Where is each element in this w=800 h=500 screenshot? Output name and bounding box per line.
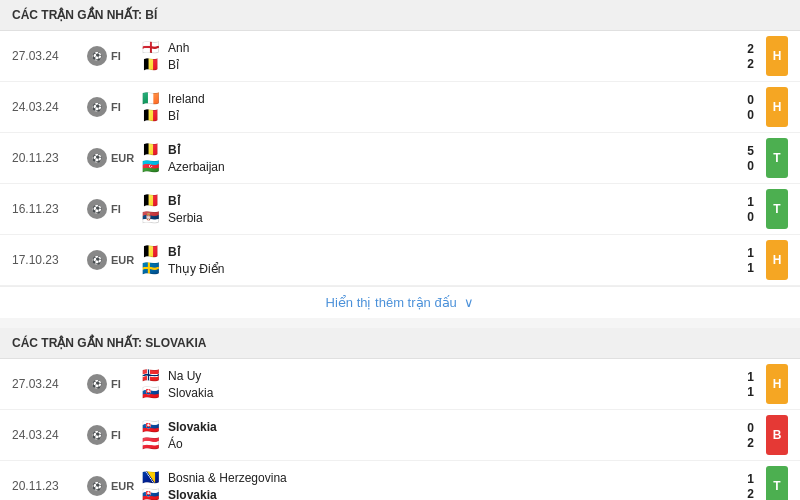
match-date: 24.03.24 <box>12 428 87 442</box>
competition-col: ⚽FI <box>87 46 142 66</box>
team-flag: 🇧🇪 <box>142 143 162 156</box>
score-col: 02 <box>724 421 754 450</box>
competition-label: FI <box>111 203 121 215</box>
score-value: 0 <box>724 210 754 224</box>
team-name: Thụy Điển <box>168 262 224 276</box>
team-flag: 🇦🇹 <box>142 437 162 450</box>
match-row: 27.03.24⚽FI🇳🇴Na Uy🇸🇰Slovakia11H <box>0 359 800 410</box>
team-name: Slovakia <box>168 386 213 400</box>
competition-icon: ⚽ <box>87 97 107 117</box>
match-date: 27.03.24 <box>12 49 87 63</box>
team-name: Na Uy <box>168 369 201 383</box>
team-flag: 🇧🇪 <box>142 194 162 207</box>
match-row: 16.11.23⚽FI🇧🇪Bỉ🇷🇸Serbia10T <box>0 184 800 235</box>
score-value: 2 <box>724 42 754 56</box>
team-name: Bỉ <box>168 143 180 157</box>
team-flag: 🇧🇦 <box>142 471 162 484</box>
competition-col: ⚽FI <box>87 199 142 219</box>
result-badge: H <box>766 364 788 404</box>
section-bi: Các trận gần nhất: Bí27.03.24⚽FI🏴󠁧󠁢󠁥󠁮󠁧󠁿A… <box>0 0 800 318</box>
result-badge: H <box>766 87 788 127</box>
score-col: 12 <box>724 472 754 501</box>
team-flag: 🇷🇸 <box>142 211 162 224</box>
team-line: 🇸🇰Slovakia <box>142 419 724 435</box>
match-row: 24.03.24⚽FI🇮🇪Ireland🇧🇪Bỉ00H <box>0 82 800 133</box>
match-row: 24.03.24⚽FI🇸🇰Slovakia🇦🇹Áo02B <box>0 410 800 461</box>
competition-icon: ⚽ <box>87 250 107 270</box>
teams-col: 🇸🇰Slovakia🇦🇹Áo <box>142 419 724 452</box>
team-name: Anh <box>168 41 189 55</box>
result-badge: B <box>766 415 788 455</box>
competition-label: EUR <box>111 254 134 266</box>
teams-col: 🇧🇪Bỉ🇦🇿Azerbaijan <box>142 142 724 175</box>
team-flag: 🇸🇪 <box>142 262 162 275</box>
match-date: 27.03.24 <box>12 377 87 391</box>
team-flag: 🇮🇪 <box>142 92 162 105</box>
section-header-bi: Các trận gần nhất: Bí <box>0 0 800 31</box>
competition-icon: ⚽ <box>87 148 107 168</box>
score-value: 2 <box>724 487 754 501</box>
team-flag: 🇦🇿 <box>142 160 162 173</box>
score-col: 11 <box>724 370 754 399</box>
team-flag: 🏴󠁧󠁢󠁥󠁮󠁧󠁿 <box>142 41 162 54</box>
team-name: Slovakia <box>168 420 217 434</box>
match-row: 20.11.23⚽EUR🇧🇦Bosnia & Herzegovina🇸🇰Slov… <box>0 461 800 500</box>
score-col: 00 <box>724 93 754 122</box>
team-line: 🇧🇪Bỉ <box>142 244 724 260</box>
competition-icon: ⚽ <box>87 476 107 496</box>
team-name: Bỉ <box>168 245 180 259</box>
teams-col: 🇳🇴Na Uy🇸🇰Slovakia <box>142 368 724 401</box>
team-name: Ireland <box>168 92 205 106</box>
score-value: 2 <box>724 436 754 450</box>
team-flag: 🇳🇴 <box>142 369 162 382</box>
result-badge: H <box>766 36 788 76</box>
teams-col: 🇧🇪Bỉ🇸🇪Thụy Điển <box>142 244 724 277</box>
chevron-down-icon: ∨ <box>464 295 474 310</box>
competition-label: FI <box>111 429 121 441</box>
show-more-button[interactable]: Hiển thị thêm trận đấu ∨ <box>0 286 800 318</box>
team-line: 🇦🇿Azerbaijan <box>142 159 724 175</box>
match-date: 20.11.23 <box>12 479 87 493</box>
team-flag: 🇧🇪 <box>142 245 162 258</box>
team-line: 🇧🇪Bỉ <box>142 193 724 209</box>
result-badge: T <box>766 466 788 500</box>
competition-col: ⚽FI <box>87 97 142 117</box>
competition-icon: ⚽ <box>87 425 107 445</box>
match-row: 20.11.23⚽EUR🇧🇪Bỉ🇦🇿Azerbaijan50T <box>0 133 800 184</box>
team-flag: 🇸🇰 <box>142 386 162 399</box>
team-line: 🇦🇹Áo <box>142 436 724 452</box>
teams-col: 🇮🇪Ireland🇧🇪Bỉ <box>142 91 724 124</box>
score-value: 1 <box>724 261 754 275</box>
team-line: 🇧🇪Bỉ <box>142 108 724 124</box>
score-value: 1 <box>724 472 754 486</box>
team-name: Bỉ <box>168 194 180 208</box>
competition-label: FI <box>111 378 121 390</box>
competition-col: ⚽EUR <box>87 148 142 168</box>
competition-label: EUR <box>111 152 134 164</box>
team-line: 🇧🇪Bỉ <box>142 57 724 73</box>
competition-label: EUR <box>111 480 134 492</box>
team-line: 🇸🇰Slovakia <box>142 487 724 501</box>
team-line: 🇮🇪Ireland <box>142 91 724 107</box>
score-value: 2 <box>724 57 754 71</box>
result-badge: T <box>766 189 788 229</box>
score-value: 0 <box>724 93 754 107</box>
score-col: 10 <box>724 195 754 224</box>
match-date: 17.10.23 <box>12 253 87 267</box>
team-name: Azerbaijan <box>168 160 225 174</box>
competition-col: ⚽EUR <box>87 250 142 270</box>
competition-icon: ⚽ <box>87 374 107 394</box>
team-name: Áo <box>168 437 183 451</box>
team-name: Slovakia <box>168 488 217 501</box>
team-flag: 🇧🇪 <box>142 58 162 71</box>
team-flag: 🇧🇪 <box>142 109 162 122</box>
competition-col: ⚽EUR <box>87 476 142 496</box>
section-header-slovakia: Các trận gần nhất: Slovakia <box>0 328 800 359</box>
score-value: 1 <box>724 370 754 384</box>
competition-icon: ⚽ <box>87 199 107 219</box>
score-value: 0 <box>724 159 754 173</box>
team-name: Bỉ <box>168 58 179 72</box>
team-line: 🇸🇰Slovakia <box>142 385 724 401</box>
match-row: 27.03.24⚽FI🏴󠁧󠁢󠁥󠁮󠁧󠁿Anh🇧🇪Bỉ22H <box>0 31 800 82</box>
match-date: 24.03.24 <box>12 100 87 114</box>
